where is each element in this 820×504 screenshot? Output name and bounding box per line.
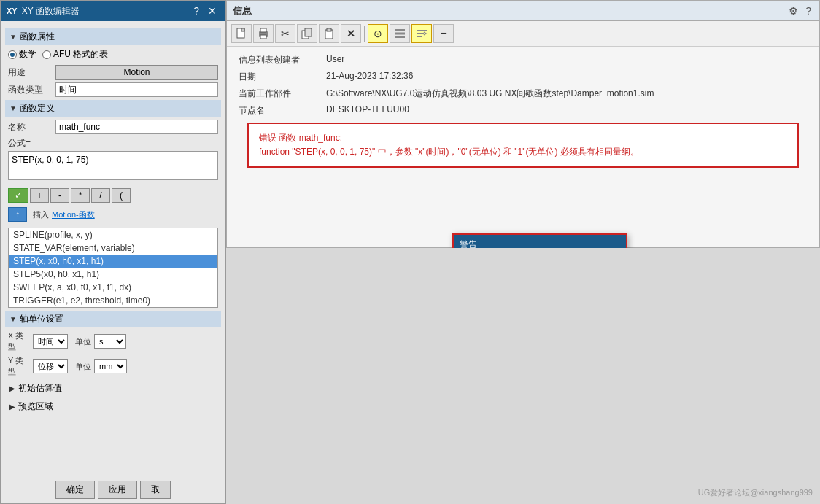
info-workpart-val: G:\Software\NX\UG7.0运动仿真视频\8.03 UG NX间歇函… <box>326 88 654 100</box>
initial-estimate-arrow: ▶ <box>9 384 15 392</box>
y-unit-label: 单位 <box>75 361 91 372</box>
name-label: 名称 <box>8 121 55 133</box>
calc-buttons-row: ✓ + - * / ( <box>8 188 218 203</box>
formula-row: 公式= <box>5 137 221 150</box>
bottom-buttons: 确定 应用 取 <box>1 476 225 503</box>
toolbar-close[interactable]: ✕ <box>341 24 361 43</box>
svg-rect-1 <box>241 28 244 31</box>
svg-rect-3 <box>260 28 266 32</box>
info-panel: 信息 ⚙ ? ✂ ✕ ⊙ − 信息列表创建者 <box>226 0 820 248</box>
svg-rect-6 <box>305 28 312 36</box>
error-box: 错误 函数 math_func: function "STEP(x, 0, 0,… <box>247 123 799 168</box>
info-creator-key: 信息列表创建者 <box>239 54 326 66</box>
bottom-area <box>226 248 820 504</box>
window-title: XY 函数编辑器 <box>22 5 80 18</box>
toolbar-paste[interactable] <box>319 24 339 43</box>
preview-row[interactable]: ▶ 预览区域 <box>5 398 221 415</box>
function-list: SPLINE(profile, x, y) STATE_VAR(element,… <box>8 228 218 308</box>
motion-button[interactable]: Motion <box>55 65 218 80</box>
x-unit-select[interactable]: s ms min <box>94 334 126 349</box>
func-type-input[interactable] <box>55 82 218 97</box>
radio-afu-dot <box>42 50 51 59</box>
func-item-1[interactable]: STATE_VAR(element, variable) <box>9 241 217 255</box>
title-bar: XY XY 函数编辑器 ? ✕ <box>1 1 225 21</box>
svg-rect-12 <box>417 30 427 31</box>
info-node-key: 节点名 <box>239 104 326 117</box>
formula-label: 公式= <box>8 137 37 150</box>
divide-btn[interactable]: / <box>91 188 110 203</box>
preview-arrow: ▶ <box>9 403 15 411</box>
func-item-4[interactable]: SWEEP(x, a, x0, f0, x1, f1, dx) <box>9 281 217 294</box>
func-definition-arrow: ▼ <box>9 104 17 112</box>
func-type-row: 函数类型 <box>5 82 221 97</box>
minus-btn[interactable]: - <box>50 188 69 203</box>
func-attributes-arrow: ▼ <box>9 33 17 41</box>
info-creator-val: User <box>326 54 344 64</box>
x-type-select[interactable]: 时间 位移 <box>33 334 68 349</box>
multiply-btn[interactable]: * <box>71 188 90 203</box>
svg-rect-10 <box>395 33 405 35</box>
formula-input[interactable] <box>8 151 218 180</box>
purpose-row: 用途 Motion <box>5 65 221 80</box>
ok-button[interactable]: 确定 <box>55 481 95 499</box>
radio-math-dot <box>8 50 17 59</box>
toolbar-wrap[interactable] <box>411 24 432 43</box>
toolbar-minus[interactable]: − <box>433 24 454 43</box>
func-type-label: 函数类型 <box>8 84 55 96</box>
toolbar-highlight[interactable]: ⊙ <box>368 24 388 43</box>
toolbar-sep-1 <box>364 26 365 42</box>
func-attributes-label: 函数属性 <box>20 31 55 43</box>
window-body: ▼ 函数属性 数学 AFU 格式的表 用途 Motion 函数类型 ▼ 函数定义 <box>1 21 225 476</box>
svg-rect-8 <box>327 28 331 31</box>
plus-btn[interactable]: + <box>30 188 49 203</box>
close-window-button[interactable]: ✕ <box>205 5 220 17</box>
info-content: 信息列表创建者 User 日期 21-Aug-2023 17:32:36 当前工… <box>227 47 819 181</box>
func-item-0[interactable]: SPLINE(profile, x, y) <box>9 228 217 241</box>
info-date-val: 21-Aug-2023 17:32:36 <box>326 71 413 81</box>
y-type-select[interactable]: 位移 速度 <box>33 359 68 373</box>
name-input[interactable] <box>55 120 218 134</box>
axis-unit-section[interactable]: ▼ 轴单位设置 <box>5 311 221 327</box>
toolbar-print[interactable] <box>253 24 274 43</box>
func-attributes-section[interactable]: ▼ 函数属性 <box>5 28 221 45</box>
formula-container <box>5 151 221 185</box>
error-line1: 错误 函数 math_func: <box>259 131 787 145</box>
axis-unit-arrow: ▼ <box>9 315 17 323</box>
y-axis-row: Y 类型 位移 速度 单位 mm m cm <box>5 355 221 377</box>
paren-btn[interactable]: ( <box>112 188 131 203</box>
axis-unit-label: 轴单位设置 <box>20 313 63 325</box>
func-item-2[interactable]: STEP(x, x0, h0, x1, h1) <box>9 255 217 268</box>
purpose-label: 用途 <box>8 66 55 79</box>
cancel-button[interactable]: 取 <box>140 481 171 499</box>
x-unit-label: 单位 <box>75 336 91 347</box>
info-controls: ⚙ ? <box>786 5 813 17</box>
info-row-workpart: 当前工作部件 G:\Software\NX\UG7.0运动仿真视频\8.03 U… <box>239 88 808 100</box>
info-row-creator: 信息列表创建者 User <box>239 54 808 66</box>
initial-estimate-row[interactable]: ▶ 初始估算值 <box>5 380 221 397</box>
radio-math[interactable]: 数学 <box>8 48 36 61</box>
info-settings-icon[interactable]: ⚙ <box>786 5 800 17</box>
info-node-val: DESKTOP-TELUU00 <box>326 104 409 115</box>
x-axis-row: X 类型 时间 位移 单位 s ms min <box>5 330 221 352</box>
func-definition-section[interactable]: ▼ 函数定义 <box>5 100 221 117</box>
info-date-key: 日期 <box>239 71 326 83</box>
toolbar-new[interactable] <box>231 24 252 43</box>
info-title: 信息 <box>233 4 252 18</box>
toolbar-list[interactable] <box>390 24 410 43</box>
help-button[interactable]: ? <box>190 5 202 17</box>
radio-afu[interactable]: AFU 格式的表 <box>42 48 108 61</box>
toolbar-scissors[interactable]: ✂ <box>275 24 295 43</box>
motion-func-link[interactable]: Motion-函数 <box>52 209 95 220</box>
main-window: XY XY 函数编辑器 ? ✕ ▼ 函数属性 数学 AFU 格式的表 用途 Mo… <box>0 0 226 504</box>
apply-button[interactable]: 应用 <box>98 481 137 499</box>
func-item-3[interactable]: STEP5(x0, h0, x1, h1) <box>9 268 217 281</box>
toolbar-copy[interactable] <box>297 24 317 43</box>
radio-group: 数学 AFU 格式的表 <box>5 48 221 61</box>
func-item-5[interactable]: TRIGGER(e1, e2, threshold, time0) <box>9 294 217 307</box>
insert-row: ↑ 插入 Motion-函数 <box>5 206 221 225</box>
confirm-btn[interactable]: ✓ <box>8 188 28 203</box>
y-unit-select[interactable]: mm m cm <box>94 359 127 373</box>
initial-estimate-label: 初始估算值 <box>18 382 62 395</box>
up-arrow-btn[interactable]: ↑ <box>8 207 27 222</box>
info-question-icon[interactable]: ? <box>803 5 813 17</box>
